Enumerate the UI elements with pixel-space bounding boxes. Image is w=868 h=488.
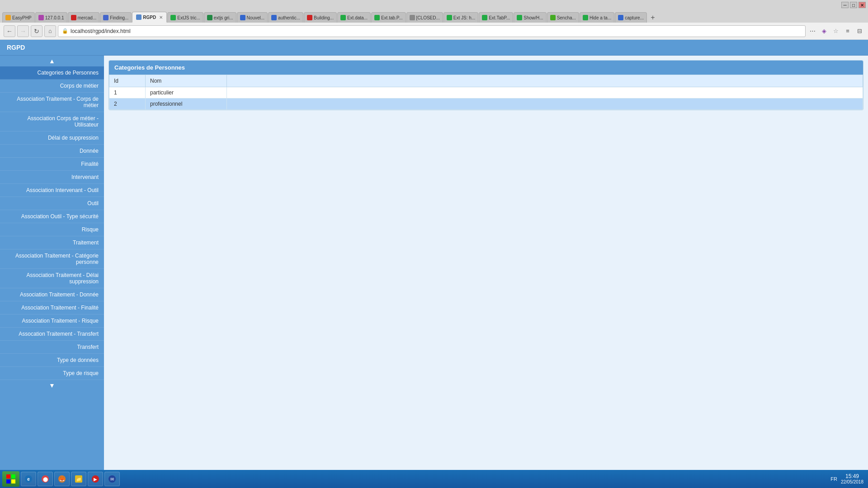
back-button[interactable]: ← — [4, 25, 15, 37]
sidebar-item-label: Association Traitement - Risque — [22, 318, 99, 324]
files-icon: 📁 — [75, 475, 82, 483]
browser-title-bar: ─ □ ✕ — [0, 0, 868, 10]
sidebar-item-asso-trait-corps[interactable]: Association Traitement - Corps de métier — [0, 93, 104, 112]
address-text: localhost/rgpd/index.html — [71, 28, 131, 34]
tab-label: authentic... — [278, 15, 300, 20]
close-button[interactable]: ✕ — [859, 2, 866, 8]
split-view-icon[interactable]: ⊟ — [854, 26, 864, 36]
sidebar-item-asso-trait-donnee[interactable]: Association Traitement - Donnée — [0, 288, 104, 301]
maximize-button[interactable]: □ — [850, 2, 857, 8]
tab-extjsh[interactable]: Ext JS: h... — [443, 12, 478, 23]
easyphp-favicon — [5, 15, 11, 20]
sidebar-item-asso-trait-transfert[interactable]: Assocation Traitement - Transfert — [0, 328, 104, 341]
sidebar-item-asso-interv-outil[interactable]: Association Intervenant - Outil — [0, 184, 104, 197]
taskbar-files[interactable]: 📁 — [71, 472, 86, 486]
sidebar-item-risque[interactable]: Risque — [0, 223, 104, 236]
row-2-spacer — [227, 99, 863, 110]
sidebar-item-intervenant[interactable]: Intervenant — [0, 171, 104, 184]
table-header-row: Id Nom — [109, 75, 863, 87]
tab-label: EasyPHP — [12, 15, 32, 20]
tab-mercad[interactable]: mercad... — [68, 12, 100, 23]
sidebar-item-asso-outil-type-secu[interactable]: Association Outil - Type sécurité — [0, 210, 104, 223]
sidebar-item-delai-suppression[interactable]: Délai de suppression — [0, 131, 104, 145]
row-1-id: 1 — [109, 87, 146, 99]
bookmarks-icon[interactable]: ≡ — [843, 26, 853, 36]
tab-capture[interactable]: capture... — [615, 12, 647, 23]
sidebar-item-label: Corps de métier — [60, 83, 99, 89]
tab-sencha[interactable]: Sencha... — [547, 12, 579, 23]
forward-button[interactable]: → — [17, 25, 29, 37]
finding-favicon — [103, 15, 108, 20]
sidebar-item-label: Type de risque — [63, 370, 99, 376]
sidebar-collapse-toggle[interactable]: ▲ — [0, 56, 104, 66]
media-icon: ▶ — [92, 475, 99, 483]
sidebar-item-type-risque[interactable]: Type de risque — [0, 367, 104, 380]
bookmark-icon[interactable]: ☆ — [831, 26, 841, 36]
nav-more-icon[interactable]: ⋯ — [807, 26, 817, 36]
tab-label: Ext JS: h... — [453, 15, 475, 20]
new-tab-button[interactable]: + — [647, 12, 658, 23]
address-bar[interactable]: 🔒 localhost/rgpd/index.html — [58, 25, 806, 37]
tab-closed[interactable]: [CLOSED... — [406, 12, 443, 23]
tab-ip[interactable]: 127.0.0.1 — [35, 12, 67, 23]
sidebar-item-asso-trait-delai[interactable]: Association Traitement - Délai suppressi… — [0, 269, 104, 288]
tab-label: Ext.TabP... — [489, 15, 510, 20]
tab-close-icon[interactable]: ✕ — [159, 15, 163, 20]
tab-finding[interactable]: Finding... — [100, 12, 132, 23]
tab-extjsgrid[interactable]: extjs gri... — [204, 12, 236, 23]
tab-label: [CLOSED... — [416, 15, 440, 20]
taskbar-firefox[interactable]: 🦊 — [54, 472, 70, 486]
sidebar-item-label: Délai de suppression — [48, 135, 99, 141]
sidebar-item-categories-personnes[interactable]: Categories de Personnes — [0, 66, 104, 80]
thunderbird-icon: ✉ — [108, 475, 116, 483]
svg-rect-1 — [11, 474, 15, 479]
tab-rgpd[interactable]: RGPD ✕ — [132, 12, 167, 23]
sidebar-item-donnee[interactable]: Donnée — [0, 145, 104, 158]
table-row[interactable]: 2 professionnel — [109, 99, 863, 110]
sidebar-item-outil[interactable]: Outil — [0, 197, 104, 210]
sidebar-item-asso-corps-util[interactable]: Association Corps de métier - Utilisateu… — [0, 112, 104, 131]
sidebar-item-label: Association Traitement - Corps de métier — [17, 96, 99, 108]
start-button[interactable] — [2, 471, 19, 487]
sidebar-item-label: Assocation Traitement - Transfert — [19, 331, 99, 337]
tab-hideat[interactable]: Hide a ta... — [580, 12, 614, 23]
tab-label: Sencha... — [557, 15, 576, 20]
pocket-icon[interactable]: ◈ — [819, 26, 829, 36]
tab-extjs[interactable]: ExtJS tric... — [167, 12, 203, 23]
sidebar-item-traitement[interactable]: Traitement — [0, 236, 104, 249]
sidebar-item-asso-trait-risque[interactable]: Association Traitement - Risque — [0, 314, 104, 328]
tab-building[interactable]: Building... — [304, 12, 337, 23]
taskbar-media[interactable]: ▶ — [88, 472, 103, 486]
tab-authentic[interactable]: authentic... — [268, 12, 303, 23]
rgpd-favicon — [136, 14, 142, 20]
sidebar-item-label: Outil — [87, 200, 99, 206]
sidebar-item-asso-trait-finalite[interactable]: Association Traitement - Finalité — [0, 301, 104, 314]
taskbar-thunderbird[interactable]: ✉ — [104, 472, 120, 486]
sidebar-expand-toggle[interactable]: ▼ — [0, 380, 104, 391]
tab-easyphp[interactable]: EasyPHP — [2, 12, 35, 23]
tab-label: RGPD — [143, 15, 156, 20]
tab-extabp[interactable]: Ext.TabP... — [479, 12, 513, 23]
home-button[interactable]: ⌂ — [44, 25, 56, 37]
tab-label: Finding... — [110, 15, 128, 20]
taskbar-ie[interactable]: e — [21, 472, 36, 486]
refresh-button[interactable]: ↻ — [31, 25, 42, 37]
nouveau-favicon — [240, 15, 245, 20]
tab-showh[interactable]: Show/H... — [514, 12, 546, 23]
tab-label: Ext.tab.P... — [381, 15, 403, 20]
app-title: RGPD — [7, 44, 25, 51]
tab-extdata[interactable]: Ext.data... — [337, 12, 371, 23]
sidebar-item-transfert[interactable]: Transfert — [0, 341, 104, 354]
minimize-button[interactable]: ─ — [841, 2, 849, 8]
table-row[interactable]: 1 particulier — [109, 87, 863, 99]
sidebar-item-corps-metier[interactable]: Corps de métier — [0, 80, 104, 93]
sidebar-item-type-donnees[interactable]: Type de données — [0, 354, 104, 367]
tray-lang: FR — [830, 476, 837, 482]
tab-nouveau[interactable]: Nouvel... — [237, 12, 268, 23]
mercad-favicon — [71, 15, 76, 20]
sidebar-item-asso-trait-cat-pers[interactable]: Association Traitement - Catégorie perso… — [0, 249, 104, 269]
tab-exttab[interactable]: Ext.tab.P... — [371, 12, 406, 23]
taskbar-chrome[interactable]: ⬤ — [38, 472, 53, 486]
exttab-favicon — [374, 15, 380, 20]
sidebar-item-finalite[interactable]: Finalité — [0, 158, 104, 171]
